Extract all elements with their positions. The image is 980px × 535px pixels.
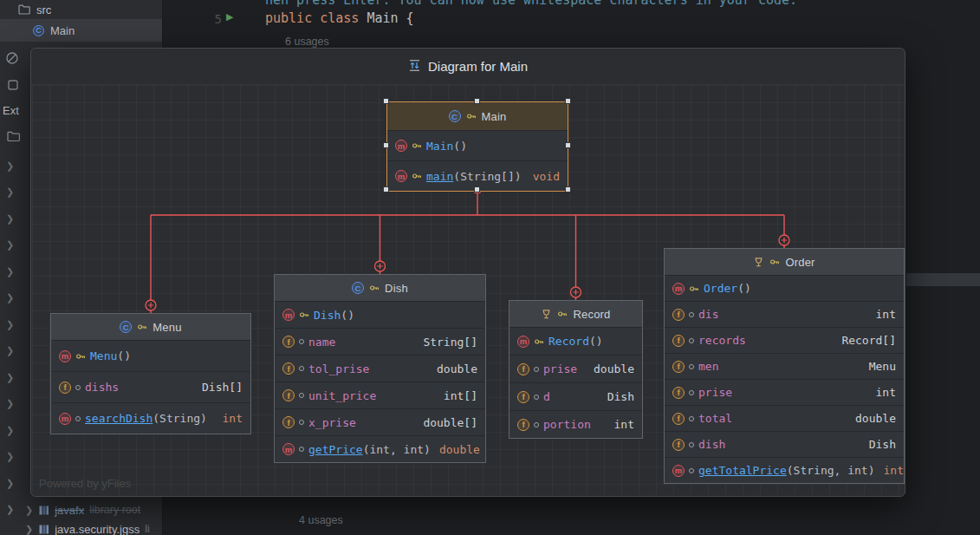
field-type: double <box>437 362 477 375</box>
class-icon: C <box>449 110 461 122</box>
key-icon <box>299 310 309 320</box>
tree-chevron-icon[interactable]: ❯ <box>6 417 14 444</box>
member-field-total[interactable]: ftotaldouble <box>665 405 904 431</box>
member-field-tol_prise[interactable]: ftol_prisedouble <box>275 355 485 382</box>
member-field-name[interactable]: fnameString[] <box>275 328 485 355</box>
tree-chevron-icon[interactable]: ❯ <box>6 497 14 524</box>
tree-chevron-icon[interactable]: ❯ <box>6 338 14 365</box>
class-node-record[interactable]: RecordmRecord()fprisedoublefdDishfportio… <box>509 300 643 439</box>
tree-chevron-icon[interactable]: ❯ <box>6 364 14 391</box>
tree-item-extra: li <box>145 523 150 535</box>
visibility-icon <box>689 364 694 369</box>
member-method-Main[interactable]: mMain() <box>387 130 568 160</box>
method-sig: Main() <box>426 140 467 153</box>
tree-item-src[interactable]: src <box>0 0 162 19</box>
node-header[interactable]: Order <box>665 249 904 275</box>
class-node-main[interactable]: CMainmMain()mmain(String[])void <box>386 101 568 192</box>
field-icon: f <box>282 362 295 375</box>
member-method-searchDish[interactable]: msearchDish(String)int <box>51 402 250 434</box>
node-header[interactable]: CMain <box>387 102 568 130</box>
selection-handle[interactable] <box>474 186 480 192</box>
member-field-x_prise[interactable]: fx_prisedouble[] <box>275 408 485 435</box>
field-name: dis <box>698 308 718 321</box>
member-field-men[interactable]: fmenMenu <box>665 353 904 379</box>
selection-handle[interactable] <box>565 142 571 148</box>
method-icon: m <box>517 336 529 348</box>
class-icon: C <box>352 282 364 294</box>
member-method-getPrice[interactable]: mgetPrice(int, int)double <box>275 435 485 462</box>
visibility-icon <box>689 312 694 317</box>
node-header[interactable]: CMenu <box>51 314 250 340</box>
class-node-dish[interactable]: CDishmDish()fnameString[]ftol_prisedoubl… <box>274 274 486 463</box>
right-panel-divider <box>906 273 980 286</box>
external-libraries-label[interactable]: Ext <box>3 104 19 117</box>
tree-chevron-icon[interactable]: ❯ <box>6 258 14 285</box>
member-field-dis[interactable]: fdisint <box>665 301 904 327</box>
member-signature: mRecord() <box>517 335 603 348</box>
key-icon <box>75 351 86 362</box>
field-icon: f <box>59 382 71 394</box>
member-signature: mmain(String[]) <box>395 170 522 183</box>
tree-chevron-icon[interactable]: ❯ <box>6 153 14 179</box>
member-field-prise[interactable]: fprisedouble <box>509 355 642 382</box>
method-name: Record <box>548 335 589 348</box>
chevron-right-icon[interactable]: ❯ <box>25 505 33 516</box>
field-name: portion <box>543 418 591 431</box>
selection-handle[interactable] <box>565 98 571 104</box>
tree-item-label: Main <box>50 24 75 37</box>
class-node-menu[interactable]: CMenumMenu()fdishsDish[]msearchDish(Stri… <box>50 313 251 434</box>
selection-handle[interactable] <box>383 186 389 192</box>
selection-handle[interactable] <box>383 98 389 104</box>
tree-chevron-icon[interactable]: ❯ <box>6 206 14 232</box>
code-line[interactable]: public class Main { <box>265 10 414 26</box>
member-method-Dish[interactable]: mDish() <box>275 301 485 328</box>
member-signature: mgetPrice(int, int) <box>282 443 431 456</box>
tree-item-main[interactable]: C Main <box>0 19 162 42</box>
folder-root-icon[interactable] <box>7 130 20 146</box>
node-header[interactable]: Record <box>509 301 642 327</box>
class-node-order[interactable]: OrdermOrder()fdisintfrecordsRecord[]fmen… <box>664 248 905 484</box>
method-params: () <box>589 335 603 348</box>
key-icon <box>534 336 544 347</box>
member-method-Order[interactable]: mOrder() <box>665 275 904 301</box>
field-type: Dish[] <box>202 381 243 394</box>
node-header[interactable]: CDish <box>275 275 485 301</box>
tree-chevron-icon[interactable]: ❯ <box>6 391 14 418</box>
method-icon: m <box>282 443 295 455</box>
tree-chevron-icon[interactable]: ❯ <box>6 179 14 206</box>
tree-chevron-icon[interactable]: ❯ <box>6 232 14 259</box>
member-method-getTotalPrice[interactable]: mgetTotalPrice(String, int)int <box>665 457 904 483</box>
member-field-portion[interactable]: fportionint <box>509 410 642 438</box>
member-field-dishs[interactable]: fdishsDish[] <box>51 371 250 402</box>
tree-chevron-icon[interactable]: ❯ <box>6 311 14 338</box>
field-icon: f <box>282 416 295 428</box>
member-field-d[interactable]: fdDish <box>509 382 642 410</box>
tree-item-javafx[interactable]: ❯ javafx library root <box>0 500 140 519</box>
yfiles-watermark: Powered by yFiles <box>39 477 131 490</box>
tree-chevron-icon[interactable]: ❯ <box>6 470 14 497</box>
usages-hint-below[interactable]: 4 usages <box>299 514 343 526</box>
tree-item-jgss[interactable]: ❯ java.security.jgss li <box>0 519 150 535</box>
run-icon[interactable]: ▶ <box>226 11 233 23</box>
tree-chevron-icon[interactable]: ❯ <box>6 444 14 471</box>
field-icon: f <box>282 336 295 348</box>
visibility-icon <box>689 416 694 421</box>
member-field-unit_price[interactable]: funit_priceint[] <box>275 382 485 408</box>
member-field-dish[interactable]: fdishDish <box>665 431 904 457</box>
method-params: () <box>453 140 467 153</box>
member-method-Record[interactable]: mRecord() <box>509 327 642 355</box>
square-icon[interactable] <box>7 79 19 95</box>
no-entry-icon[interactable] <box>5 51 19 69</box>
usages-hint-above[interactable]: 6 usages <box>285 36 329 48</box>
tree-chevron-icon[interactable]: ❯ <box>6 285 14 312</box>
member-method-Menu[interactable]: mMenu() <box>51 340 250 371</box>
selection-handle[interactable] <box>474 98 480 104</box>
selection-handle[interactable] <box>383 142 389 148</box>
chevron-right-icon[interactable]: ❯ <box>25 524 33 535</box>
member-field-records[interactable]: frecordsRecord[] <box>665 327 904 353</box>
method-params: () <box>117 349 131 362</box>
selection-handle[interactable] <box>565 186 571 192</box>
field-icon: f <box>517 391 529 403</box>
member-field-prise[interactable]: fpriseint <box>665 379 904 405</box>
field-type: int <box>876 386 896 399</box>
